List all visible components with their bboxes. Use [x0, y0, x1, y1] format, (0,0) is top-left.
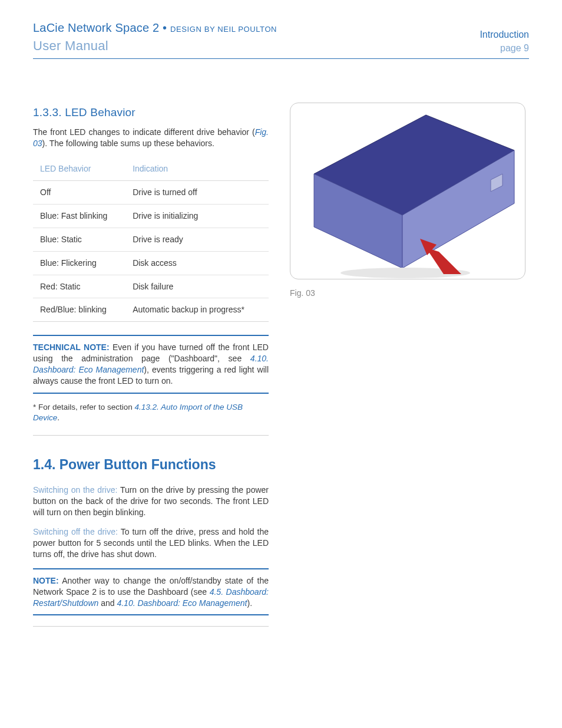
left-column: 1.3.3. LED Behavior The front LED change… [33, 105, 269, 647]
switch-off-label: Switching off the drive: [33, 527, 121, 536]
switch-on-label: Switching on the drive: [33, 485, 120, 495]
note: NOTE: Another way to change the on/off/s… [33, 568, 269, 616]
page-number: page 9 [480, 42, 529, 55]
table-row: Red/Blue: blinkingAutomatic backup in pr… [33, 298, 269, 322]
table-row: Blue: StaticDrive is ready [33, 228, 269, 251]
heading-1-4: 1.4. Power Button Functions [33, 456, 269, 474]
table-row: Blue: Fast blinkingDrive is initializing [33, 204, 269, 228]
header-right: Introduction page 9 [480, 28, 529, 55]
th-led-behavior: LED Behavior [33, 157, 125, 180]
table-row: OffDrive is turned off [33, 181, 269, 205]
doc-designer: DESIGN BY NEIL POULTON [170, 25, 277, 34]
section-divider [33, 435, 269, 436]
link-eco-management-2[interactable]: 4.10. Dashboard: Eco Management [117, 598, 247, 608]
footnote: * For details, refer to section 4.13.2. … [33, 402, 269, 423]
section-divider [33, 626, 269, 627]
page-header: LaCie Network Space 2 • DESIGN BY NEIL P… [33, 20, 529, 59]
figure-03 [290, 103, 525, 279]
switch-off-paragraph: Switching off the drive: To turn off the… [33, 526, 269, 560]
table-row: Blue: FlickeringDisk access [33, 251, 269, 275]
header-left: LaCie Network Space 2 • DESIGN BY NEIL P… [33, 20, 277, 55]
section-name: Introduction [480, 28, 529, 41]
right-column: Fig. 03 [290, 105, 529, 647]
heading-1-3-3: 1.3.3. LED Behavior [33, 105, 269, 120]
technical-note: TECHNICAL NOTE: Even if you have turned … [33, 335, 269, 394]
intro-paragraph: The front LED changes to indicate differ… [33, 127, 269, 149]
device-illustration-icon [290, 103, 525, 279]
led-behavior-table: LED Behavior Indication OffDrive is turn… [33, 157, 269, 322]
doc-title: LaCie Network Space 2 [33, 21, 159, 34]
th-indication: Indication [125, 157, 269, 180]
table-row: Red: StaticDisk failure [33, 275, 269, 298]
figure-caption: Fig. 03 [290, 288, 529, 299]
doc-subtitle: User Manual [33, 37, 277, 55]
switch-on-paragraph: Switching on the drive: Turn on the driv… [33, 485, 269, 518]
note-label: NOTE: [33, 576, 59, 585]
technical-note-label: TECHNICAL NOTE: [33, 342, 110, 352]
bullet: • [163, 21, 167, 34]
